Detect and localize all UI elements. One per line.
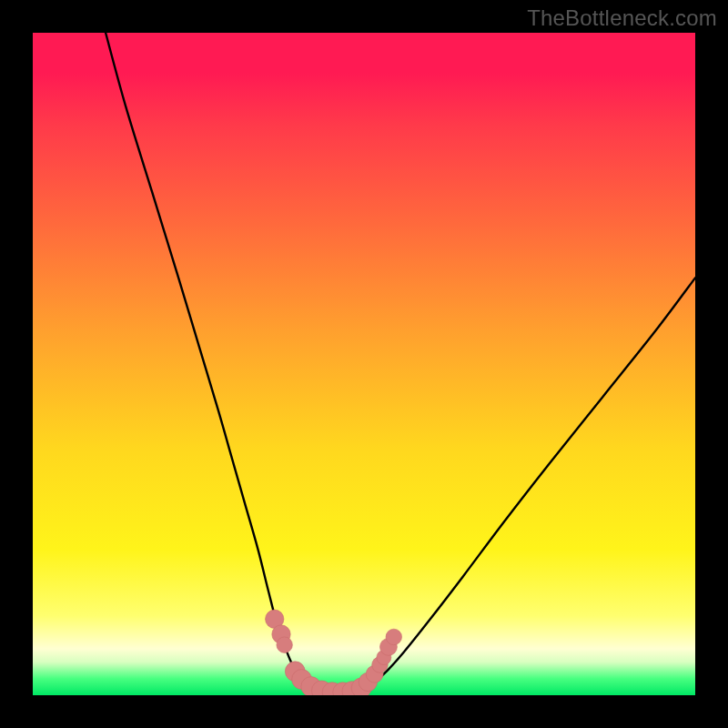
outer-frame: TheBottleneck.com [0, 0, 728, 728]
data-marker [301, 677, 321, 695]
watermark-text: TheBottleneck.com [527, 5, 717, 31]
data-marker [359, 672, 377, 691]
plot-area [33, 33, 695, 695]
data-marker [285, 662, 305, 682]
data-marker [351, 678, 371, 695]
data-marker [386, 629, 401, 644]
data-marker [379, 638, 397, 655]
data-marker [322, 682, 342, 695]
data-marker [366, 665, 383, 682]
marker-group [266, 610, 402, 695]
data-marker [266, 610, 284, 628]
data-marker [342, 682, 362, 695]
data-marker [272, 625, 290, 643]
data-marker [372, 657, 388, 672]
bottleneck-curve [106, 33, 695, 693]
data-marker [292, 670, 312, 690]
data-marker [277, 637, 292, 652]
curve-layer [33, 33, 695, 695]
data-marker [377, 650, 391, 664]
data-marker [333, 682, 353, 695]
data-marker [311, 681, 331, 695]
